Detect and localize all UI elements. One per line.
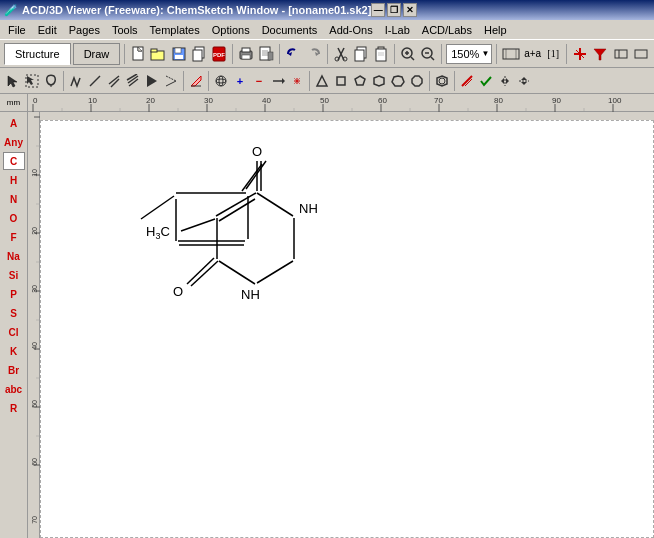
print-button[interactable] xyxy=(237,43,255,65)
svg-marker-70 xyxy=(317,76,327,86)
extra2-button[interactable] xyxy=(632,43,650,65)
menu-item-add-ons[interactable]: Add-Ons xyxy=(323,22,378,38)
left-toolbar-atom-p[interactable]: P xyxy=(3,285,25,303)
left-toolbar-atom-s[interactable]: S xyxy=(3,304,25,322)
menu-item-edit[interactable]: Edit xyxy=(32,22,63,38)
redo-button[interactable] xyxy=(305,43,323,65)
bond-single-tool[interactable] xyxy=(86,72,104,90)
bond-triple-tool[interactable] xyxy=(124,72,142,90)
bond-up-tool[interactable] xyxy=(143,72,161,90)
separator xyxy=(441,44,442,64)
minimize-button[interactable]: — xyxy=(371,3,385,17)
left-toolbar-atom-o[interactable]: O xyxy=(3,209,25,227)
left-toolbar-atom-cl[interactable]: Cl xyxy=(3,323,25,341)
atom-tool[interactable] xyxy=(212,72,230,90)
left-toolbar-atom-a[interactable]: A xyxy=(3,114,25,132)
left-toolbar-atom-c[interactable]: C xyxy=(3,152,25,170)
zoom-value: 150% xyxy=(449,48,481,60)
ring7-tool[interactable] xyxy=(389,72,407,90)
extra1-button[interactable] xyxy=(612,43,630,65)
canvas-white[interactable]: NH NH O O H3C xyxy=(40,120,654,538)
template-tool[interactable] xyxy=(433,72,451,90)
fit-button[interactable] xyxy=(501,43,521,65)
left-toolbar-atom-abc[interactable]: abc xyxy=(3,380,25,398)
ring3-tool[interactable] xyxy=(313,72,331,90)
select-tool[interactable] xyxy=(4,72,22,90)
left-toolbar-atom-k[interactable]: K xyxy=(3,342,25,360)
menu-item-file[interactable]: File xyxy=(2,22,32,38)
left-toolbar-atom-n[interactable]: N xyxy=(3,190,25,208)
svg-marker-44 xyxy=(594,49,606,60)
charge-minus-tool[interactable]: − xyxy=(250,72,268,90)
clean-tool[interactable] xyxy=(458,72,476,90)
left-toolbar-atom-r[interactable]: R xyxy=(3,399,25,417)
check-tool[interactable] xyxy=(477,72,495,90)
separator xyxy=(309,71,310,91)
menu-item-pages[interactable]: Pages xyxy=(63,22,106,38)
menu-item-templates[interactable]: Templates xyxy=(144,22,206,38)
menu-item-tools[interactable]: Tools xyxy=(106,22,144,38)
flip-v-tool[interactable] xyxy=(515,72,533,90)
separator xyxy=(496,44,497,64)
ring8-tool[interactable] xyxy=(408,72,426,90)
flip-h-tool[interactable] xyxy=(496,72,514,90)
separator xyxy=(124,44,125,64)
chain-tool[interactable] xyxy=(67,72,85,90)
copy-doc-button[interactable] xyxy=(190,43,208,65)
svg-text:60: 60 xyxy=(378,96,387,105)
menu-item-documents[interactable]: Documents xyxy=(256,22,324,38)
svg-line-142 xyxy=(219,199,255,221)
left-toolbar-atom-any[interactable]: Any xyxy=(3,133,25,151)
open-button[interactable] xyxy=(149,43,167,65)
lasso-tool[interactable] xyxy=(42,72,60,90)
left-toolbar-atom-si[interactable]: Si xyxy=(3,266,25,284)
restore-button[interactable]: ❐ xyxy=(387,3,401,17)
svg-marker-84 xyxy=(521,77,527,80)
svg-line-149 xyxy=(187,258,214,284)
ring6-tool[interactable] xyxy=(370,72,388,90)
zoom-in-button[interactable] xyxy=(399,43,417,65)
left-toolbar-atom-h[interactable]: H xyxy=(3,171,25,189)
ring4-tool[interactable] xyxy=(332,72,350,90)
pdf-button[interactable]: PDF xyxy=(210,43,228,65)
zoom-dropdown[interactable]: ▼ xyxy=(481,49,489,58)
ring-select-tool[interactable] xyxy=(23,72,41,90)
new-button[interactable] xyxy=(129,43,147,65)
tab-structure[interactable]: Structure xyxy=(4,43,71,65)
left-toolbar-atom-na[interactable]: Na xyxy=(3,247,25,265)
cut-button[interactable] xyxy=(332,43,350,65)
left-toolbar-atom-br[interactable]: Br xyxy=(3,361,25,379)
left-toolbar-atom-f[interactable]: F xyxy=(3,228,25,246)
bond-double-tool[interactable] xyxy=(105,72,123,90)
paste-button[interactable] xyxy=(372,43,390,65)
subscript-button[interactable]: a+a xyxy=(523,43,542,65)
title-bar: 🧪 ACD/3D Viewer (Freeware): ChemSketch W… xyxy=(0,0,654,20)
title-controls: — ❐ ✕ xyxy=(371,3,417,17)
svg-marker-72 xyxy=(355,76,365,85)
svg-rect-71 xyxy=(337,77,345,85)
radical-tool[interactable] xyxy=(288,72,306,90)
close-button[interactable]: ✕ xyxy=(403,3,417,17)
preview-button[interactable] xyxy=(257,43,275,65)
menu-item-acd-labs[interactable]: ACD/Labs xyxy=(416,22,478,38)
ruler-horizontal: 0 10 20 30 40 50 60 70 80 90 1 xyxy=(28,94,654,112)
filter-button[interactable] xyxy=(591,43,609,65)
zoom-out-button[interactable] xyxy=(419,43,437,65)
bond-down-tool[interactable] xyxy=(162,72,180,90)
menu-item-i-lab[interactable]: I-Lab xyxy=(379,22,416,38)
menu-item-help[interactable]: Help xyxy=(478,22,513,38)
menu-item-options[interactable]: Options xyxy=(206,22,256,38)
undo-button[interactable] xyxy=(284,43,302,65)
brackets-btn[interactable]: [1] xyxy=(544,43,562,65)
save-button[interactable] xyxy=(170,43,188,65)
ring5-tool[interactable] xyxy=(351,72,369,90)
charge-plus-tool[interactable]: + xyxy=(231,72,249,90)
tab-draw[interactable]: Draw xyxy=(73,43,121,65)
svg-text:NH: NH xyxy=(241,287,260,302)
stereo-button[interactable] xyxy=(571,43,589,65)
arrow-tool[interactable] xyxy=(269,72,287,90)
svg-text:10: 10 xyxy=(88,96,97,105)
copy-button[interactable] xyxy=(352,43,370,65)
svg-text:H3C: H3C xyxy=(146,224,170,241)
eraser-tool[interactable] xyxy=(187,72,205,90)
